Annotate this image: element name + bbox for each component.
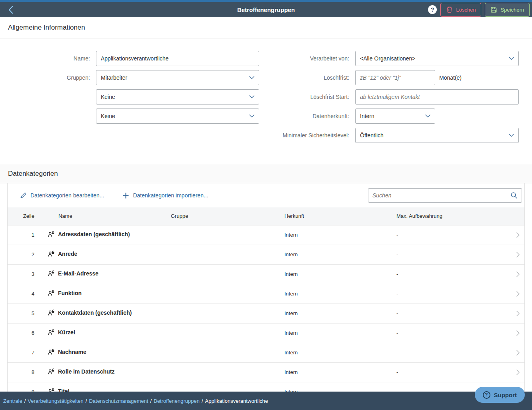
pencil-icon	[20, 192, 27, 199]
category-gruppe	[171, 225, 284, 245]
breadcrumb-item-zentrale[interactable]: Zentrale	[3, 398, 22, 404]
person-lock-icon	[48, 231, 54, 237]
category-gruppe	[171, 303, 284, 323]
breadcrumb-item-verarbeitungstaetigkeiten[interactable]: Verarbeitungstätigkeiten	[28, 398, 83, 404]
verarbeitet-von-label: Verarbeitet von:	[277, 55, 349, 62]
table-toolbar: Datenkategorien bearbeiten... Datenkateg…	[8, 183, 524, 207]
general-form: Name: Gruppen: Mitarbeiter Keine	[0, 38, 532, 164]
category-name: Kontaktdaten (geschäftlich)	[58, 310, 132, 316]
category-gruppe	[171, 362, 284, 382]
category-max-aufbewahrung: -	[396, 284, 516, 303]
search-box	[368, 188, 522, 203]
category-name: E-Mail-Adresse	[58, 270, 98, 277]
breadcrumb: Zentrale / Verarbeitungstätigkeiten / Da…	[0, 392, 532, 410]
chevron-right-icon	[516, 330, 524, 336]
back-button[interactable]	[6, 4, 16, 16]
row-number: 2	[8, 245, 34, 264]
row-number: 6	[8, 323, 34, 343]
person-lock-icon	[48, 290, 54, 296]
table-row[interactable]: 5 Kontaktdaten (geschä	[8, 303, 524, 323]
table-header-row: Zeile Name Gruppe Herkunft Max. Aufbewah…	[8, 207, 524, 225]
chevron-down-icon	[425, 115, 430, 118]
row-number: 8	[8, 362, 34, 382]
column-header-gruppe: Gruppe	[171, 207, 284, 225]
category-gruppe	[171, 323, 284, 343]
question-circle-icon: ?	[483, 391, 490, 399]
category-herkunft: Intern	[284, 264, 396, 284]
sicherheitslevel-label: Minimaler Sicherheitslevel:	[277, 132, 349, 139]
category-gruppe	[171, 343, 284, 362]
category-herkunft: Intern	[284, 303, 396, 323]
table-row[interactable]: 8 Rolle im Datenschutz	[8, 362, 524, 382]
category-name: Rolle im Datenschutz	[58, 368, 115, 375]
save-button[interactable]: Speichern	[485, 3, 530, 17]
chevron-right-icon	[516, 370, 524, 375]
chevron-right-icon	[516, 252, 524, 257]
gruppen-select-3[interactable]: Keine	[96, 109, 259, 124]
category-max-aufbewahrung: -	[396, 323, 516, 343]
datenherkunft-label: Datenherkunft:	[277, 113, 349, 119]
table-row[interactable]: 2 Anrede	[8, 245, 524, 264]
delete-button[interactable]: Löschen	[440, 3, 481, 17]
table-row[interactable]: 4 Funktion	[8, 284, 524, 303]
chevron-down-icon	[249, 115, 254, 118]
row-number: 5	[8, 303, 34, 323]
column-header-max-aufbewahrung: Max. Aufbewahrung	[396, 207, 516, 225]
category-name: Kürzel	[58, 329, 75, 336]
category-name: Anrede	[58, 251, 77, 257]
chevron-down-icon	[249, 95, 254, 98]
loeschfrist-start-label: Löschfrist Start:	[277, 94, 349, 100]
breadcrumb-item-datenschutzmanagement[interactable]: Datenschutzmanagement	[89, 398, 148, 404]
breadcrumb-item-betroffenengruppen[interactable]: Betroffenengruppen	[154, 398, 200, 404]
category-herkunft: Intern	[284, 245, 396, 264]
help-icon[interactable]: ?	[428, 5, 437, 14]
chevron-down-icon	[509, 57, 514, 60]
datenherkunft-select[interactable]: Intern	[355, 109, 435, 124]
general-section-title: Allgemeine Informationen	[0, 17, 532, 38]
person-lock-icon	[48, 349, 54, 355]
datenherkunft-value: Intern	[360, 113, 374, 119]
trash-icon	[446, 6, 453, 13]
support-button[interactable]: ? Support	[475, 387, 525, 403]
person-lock-icon	[48, 329, 54, 336]
table-row[interactable]: 1 Adressdaten (geschäf	[8, 225, 524, 245]
column-header-navigation	[516, 207, 524, 225]
category-max-aufbewahrung: -	[396, 225, 516, 245]
name-field[interactable]	[96, 51, 259, 66]
category-herkunft: Intern	[284, 362, 396, 382]
search-input[interactable]	[372, 192, 510, 199]
person-lock-icon	[48, 368, 54, 375]
sicherheitslevel-value: Öffentlich	[360, 132, 384, 139]
floppy-disk-icon	[490, 6, 497, 13]
table-row[interactable]: 6 Kürzel	[8, 323, 524, 343]
gruppen-label: Gruppen:	[0, 74, 90, 81]
verarbeitet-von-select[interactable]: <Alle Organisationen>	[355, 51, 519, 66]
table-row[interactable]: 3 E-Mail-Adresse	[8, 264, 524, 284]
loeschfrist-label: Löschfrist:	[277, 74, 349, 81]
edit-categories-button[interactable]: Datenkategorien bearbeiten...	[20, 192, 104, 199]
breadcrumb-separator: /	[150, 398, 152, 404]
search-icon[interactable]	[510, 192, 518, 199]
chevron-right-icon	[516, 232, 524, 238]
data-categories-table: Zeile Name Gruppe Herkunft Max. Aufbewah…	[8, 207, 524, 402]
loeschfrist-field[interactable]	[355, 70, 435, 85]
edit-categories-label: Datenkategorien bearbeiten...	[30, 192, 104, 199]
category-herkunft: Intern	[284, 284, 396, 303]
chevron-right-icon	[516, 271, 524, 277]
row-number: 1	[8, 225, 34, 245]
sicherheitslevel-select[interactable]: Öffentlich	[355, 128, 519, 143]
category-name: Adressdaten (geschäftlich)	[58, 231, 130, 237]
gruppen-select-3-value: Keine	[101, 113, 115, 119]
chevron-right-icon	[516, 291, 524, 297]
category-max-aufbewahrung: -	[396, 245, 516, 264]
column-header-herkunft: Herkunft	[284, 207, 396, 225]
category-herkunft: Intern	[284, 225, 396, 245]
category-name: Funktion	[58, 290, 82, 296]
name-label: Name:	[0, 55, 90, 62]
gruppen-select-2[interactable]: Keine	[96, 89, 259, 105]
support-button-label: Support	[494, 392, 517, 398]
table-row[interactable]: 7 Nachname	[8, 343, 524, 362]
import-categories-button[interactable]: Datenkategorien importieren...	[122, 192, 208, 199]
gruppen-select-1[interactable]: Mitarbeiter	[96, 70, 259, 85]
loeschfrist-start-field[interactable]	[355, 89, 519, 105]
